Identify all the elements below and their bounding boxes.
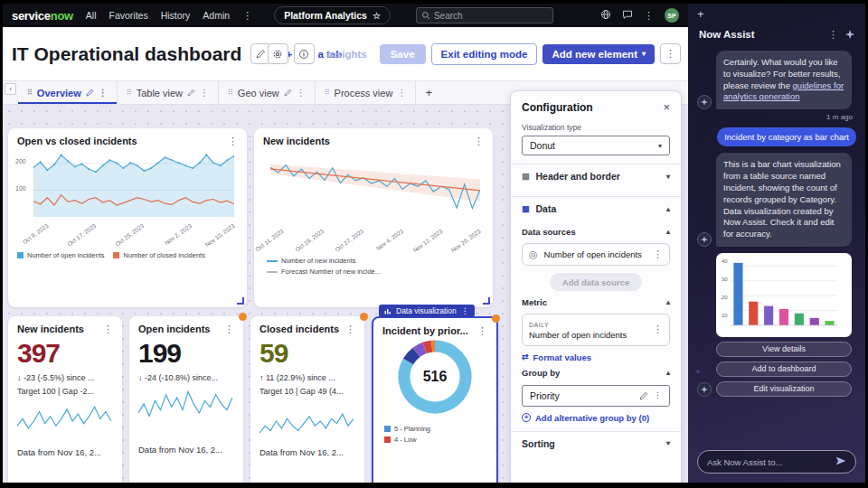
send-icon[interactable]	[835, 454, 846, 470]
group-by-field[interactable]: Priority ⋮	[522, 385, 670, 407]
group-by-header[interactable]: Group by ▴	[522, 364, 670, 382]
metric-item[interactable]: DAILYNumber of open incidents ⋮	[522, 314, 670, 346]
alert-dot-badge	[239, 313, 247, 321]
card-more-icon[interactable]: ⋮	[228, 136, 238, 146]
nav-more-icon[interactable]: ⋮	[242, 10, 252, 22]
insights-button[interactable]: Insights	[320, 45, 374, 63]
card-open-vs-closed[interactable]: Open vs closed incidents ⋮ 200 100 Oct 9…	[8, 128, 247, 307]
kpi-delta: ↑ 11 (22.9%) since ...	[259, 373, 355, 382]
format-values-link[interactable]: ⇄ Format values	[522, 352, 670, 362]
nav-all[interactable]: All	[86, 10, 97, 21]
assist-avatar	[697, 382, 712, 397]
card-new-incidents-chart[interactable]: New incidents ⋮ Oct 11, 2023 Oct 19, 202…	[254, 128, 493, 307]
search-icon	[421, 11, 430, 20]
drag-handle-icon[interactable]: ⠿	[325, 89, 330, 97]
top-more-icon[interactable]: ⋮	[644, 10, 654, 22]
close-icon[interactable]: ×	[663, 100, 670, 114]
chevron-down-icon: ▾	[666, 173, 670, 181]
assist-title: Now Assist	[699, 29, 755, 40]
nav-admin[interactable]: Admin	[203, 10, 230, 21]
drag-handle-icon[interactable]: ⠿	[228, 89, 233, 97]
add-to-dashboard-button[interactable]: Add to dashboard	[716, 361, 852, 377]
card-more-icon[interactable]: ⋮	[474, 136, 484, 146]
configuration-panel: Configuration × Visualization type Donut…	[510, 90, 682, 483]
kpi-target: Target 100 | Gap -2...	[17, 387, 113, 396]
generated-bar-chart-card[interactable]: 40 30 20 10	[716, 253, 852, 337]
card-more-icon[interactable]: ⋮	[224, 324, 234, 334]
card-more-icon[interactable]: ⋮	[345, 324, 355, 334]
info-icon[interactable]	[294, 43, 315, 64]
tab-more-icon[interactable]: ⋮	[297, 88, 306, 98]
workspace-pill[interactable]: Platform Analytics ☆	[274, 6, 391, 24]
nav-history[interactable]: History	[161, 10, 191, 21]
tab-process-view[interactable]: ⠿ Process view ⋮	[316, 81, 417, 104]
exit-editing-mode-button[interactable]: Exit editing mode	[431, 43, 538, 65]
edit-pencil-icon[interactable]	[639, 388, 648, 404]
drag-handle-icon[interactable]: ⠿	[27, 89, 33, 97]
tab-geo-view[interactable]: ⠿ Geo view ⋮	[219, 81, 316, 104]
message-timestamp: 1 m ago	[826, 113, 853, 121]
data-visualization-tag[interactable]: Data visualization ⋮	[379, 305, 475, 317]
viz-type-select[interactable]: Donut ▾	[522, 136, 670, 155]
edit-visualization-button[interactable]: Edit visualization	[716, 381, 852, 397]
tab-table-view[interactable]: ⠿ Table view ⋮	[118, 81, 219, 104]
card-incident-by-priority[interactable]: Data visualization ⋮ Incident by prior..…	[372, 316, 498, 483]
view-details-button[interactable]: View details	[716, 342, 852, 357]
donut-chart: 516	[396, 338, 474, 419]
edit-tab-icon[interactable]	[86, 89, 94, 97]
item-more-icon[interactable]: ⋮	[653, 324, 663, 334]
main-column: servicenow All Favorites History Admin ⋮…	[3, 4, 688, 483]
nav-favorites[interactable]: Favorites	[109, 10, 148, 21]
section-sorting[interactable]: Sorting ▾	[522, 432, 670, 455]
section-data[interactable]: ▦ Data ▴	[522, 197, 670, 221]
chat-icon[interactable]	[622, 7, 633, 23]
resize-handle[interactable]	[483, 297, 490, 305]
chevron-down-icon: ▾	[658, 142, 662, 150]
card-more-icon[interactable]: ⋮	[477, 326, 487, 336]
page-title: IT Operational dashboard	[12, 43, 241, 65]
kpi-open-incidents[interactable]: Open incidents ⋮ 199 ↓ -24 (-10.8%) sinc…	[129, 316, 243, 483]
servicenow-logo[interactable]: servicenow	[12, 9, 73, 23]
x-axis: Oct 9, 2023 Oct 17, 2023 Oct 25, 2023 No…	[33, 221, 238, 249]
edit-tab-icon[interactable]	[284, 89, 292, 97]
app-window: servicenow All Favorites History Admin ⋮…	[3, 4, 865, 483]
collapse-tabs-icon[interactable]: ‹	[5, 83, 16, 95]
section-header-border[interactable]: ▤ Header and border ▾	[522, 164, 670, 188]
sparkline-chart	[17, 402, 111, 440]
metric-header[interactable]: Metric ▴	[522, 293, 670, 311]
swap-arrows-icon: ⇄	[522, 352, 529, 361]
search-input[interactable]	[430, 11, 553, 21]
tag-more-icon[interactable]: ⋮	[461, 306, 469, 315]
data-source-item[interactable]: ◎ Number of open incidents ⋮	[522, 243, 670, 266]
favorite-star-icon[interactable]: ☆	[373, 11, 381, 21]
item-more-icon[interactable]: ⋮	[653, 249, 663, 259]
save-button[interactable]: Save	[380, 44, 426, 64]
edit-tab-icon[interactable]	[187, 89, 195, 97]
globe-icon[interactable]	[600, 7, 611, 23]
drag-handle-icon[interactable]: ⠿	[127, 89, 132, 97]
add-new-element-button[interactable]: Add new element▾	[542, 44, 655, 64]
field-more-icon[interactable]: ⋮	[654, 391, 662, 399]
kpi-new-incidents[interactable]: New incidents ⋮ 397 ↓ -23 (-5.5%) since …	[8, 316, 122, 483]
bot-message: Certainly. What would you like to visual…	[697, 51, 856, 109]
new-conversation-icon[interactable]: +	[697, 7, 704, 21]
tab-more-icon[interactable]: ⋮	[99, 88, 108, 98]
assist-more-icon[interactable]: ⋮	[828, 30, 838, 40]
data-sources-header[interactable]: Data sources ▴	[522, 222, 670, 240]
global-search[interactable]: ▾	[416, 7, 553, 23]
add-tab-plus-icon[interactable]: +	[416, 81, 441, 104]
gear-icon[interactable]	[268, 43, 288, 64]
resize-handle[interactable]	[237, 297, 244, 305]
avatar[interactable]: SP	[665, 8, 679, 23]
card-title: Incident by prior...	[382, 325, 468, 336]
assist-input[interactable]	[707, 457, 830, 467]
tab-overview[interactable]: ⠿ Overview ⋮	[18, 81, 118, 104]
add-data-source-button[interactable]: Add data source	[550, 273, 642, 291]
card-more-icon[interactable]: ⋮	[103, 324, 113, 334]
kpi-value: 59	[259, 338, 355, 369]
add-alternative-group-link[interactable]: + Add alternative group by (0)	[522, 413, 670, 423]
tab-more-icon[interactable]: ⋮	[397, 88, 406, 98]
tab-more-icon[interactable]: ⋮	[200, 88, 209, 98]
kpi-closed-incidents[interactable]: Closed incidents ⋮ 59 ↑ 11 (22.9%) since…	[250, 316, 364, 483]
header-more-icon[interactable]: ⋮	[660, 43, 681, 64]
